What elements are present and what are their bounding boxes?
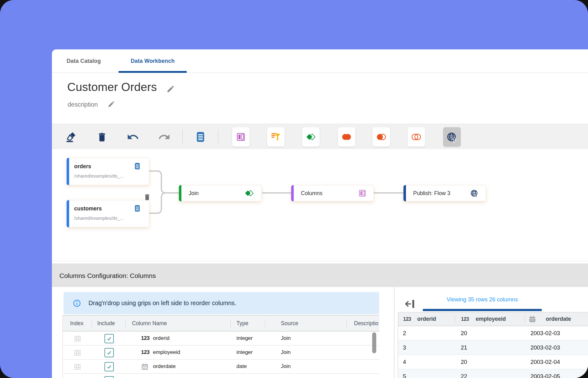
int-type-icon: 123 [141,345,150,359]
config-row-partial[interactable] [63,374,379,378]
drag-grip-icon[interactable] [74,350,81,356]
col-header-description: Description [354,315,378,331]
node-join[interactable]: Join [179,185,261,201]
viewing-tab-underline [423,309,542,311]
tab-data-catalog[interactable]: Data Catalog [67,49,101,73]
dataset-icon[interactable] [194,130,207,144]
column-type: date [236,360,247,373]
toolbar-join-button[interactable] [302,127,320,147]
include-checkbox[interactable] [104,376,114,378]
node-publish[interactable]: Publish: Flow 3 [403,185,486,201]
cell-orderid: 2 [403,326,406,340]
col-header-index: Index [70,315,84,331]
info-banner: Drag'n'drop using grips on left side to … [63,292,379,314]
node-columns[interactable]: Columns [291,185,374,201]
tab-data-workbench[interactable]: Data Workbench [119,49,187,73]
int-type-icon: 123 [403,312,411,326]
calendar-icon [141,363,149,370]
cell-orderdate: 2003-02-03 [530,340,560,355]
config-section-bar: Columns Configuration: Columns [52,264,588,287]
node-orders-accent [67,158,69,185]
top-tab-bar: Data Catalog Data Workbench [52,49,588,73]
toolbar-intersect-left-button[interactable] [373,127,390,147]
toolbar-columns-button[interactable] [232,127,250,147]
preview-col-orderid[interactable]: orderid [417,312,436,326]
drag-grip-icon[interactable] [74,364,81,370]
calendar-icon [528,315,536,323]
delete-node-icon[interactable] [143,193,151,201]
column-name: employeeid [153,345,180,359]
column-type: integer [236,345,253,359]
page-title: Customer Orders [67,81,157,94]
include-checkbox[interactable] [104,362,114,371]
redo-icon[interactable] [158,131,170,143]
node-orders-title: orders [74,163,91,170]
cell-employeeid: 22 [461,369,467,378]
preview-row: 5 22 2003-02-05 [398,369,588,378]
col-header-include: Include [97,315,115,331]
include-checkbox[interactable] [104,334,114,343]
config-section-title: Columns Configuration: Columns [59,264,156,287]
columns-config-table: Index Include Column Name Type Source De… [63,315,379,378]
toolbar-union-button[interactable] [338,127,355,147]
info-icon [73,299,81,307]
eraser-icon[interactable] [65,131,77,143]
description-placeholder[interactable]: description [68,101,98,108]
toolbar-publish-button[interactable] [443,127,461,147]
edit-description-icon[interactable] [108,100,115,108]
node-join-label: Join [189,185,199,201]
config-scrollbar-thumb[interactable] [372,332,376,353]
intersect-left-icon [376,133,387,141]
node-publish-label: Publish: Flow 3 [413,185,450,201]
preview-table-header: 123 orderid 123 employeeid orderdate [398,312,588,326]
info-banner-text: Drag'n'drop using grips on left side to … [89,292,236,314]
col-header-source: Source [281,315,298,331]
preview-col-orderdate[interactable]: orderdate [546,312,571,326]
include-checkbox[interactable] [104,348,114,357]
publish-globe-icon [446,131,458,143]
cell-orderid: 5 [403,369,406,378]
node-customers-path: /shared/examples/ds_... [74,215,124,221]
join-icon [306,132,316,142]
union-icon [341,133,352,141]
undo-icon[interactable] [127,131,139,143]
cell-orderid: 3 [403,340,406,355]
columns-icon [358,189,367,198]
column-name: orderid [153,331,170,345]
config-row-orderdate[interactable]: orderdate date Join [63,360,379,374]
column-type: integer [236,331,253,345]
drag-grip-icon[interactable] [74,335,81,342]
preview-table: 123 orderid 123 employeeid orderdate [398,312,588,378]
dataset-icon [133,204,141,213]
preview-row: 4 20 2003-02-04 [398,355,588,369]
cell-employeeid: 20 [461,355,467,369]
column-source: Join [281,360,291,373]
node-customers[interactable]: customers /shared/examples/ds_... [67,200,149,227]
node-publish-accent [403,185,406,201]
node-join-accent [179,185,181,201]
node-columns-label: Columns [301,185,322,201]
col-header-type: Type [236,315,248,331]
node-columns-accent [291,185,294,201]
column-name: orderdate [153,360,176,373]
node-orders-path: /shared/examples/ds_... [74,173,124,179]
preview-row: 2 20 2003-02-03 [398,326,588,340]
node-orders[interactable]: orders /shared/examples/ds_... [67,158,149,185]
config-row-orderid[interactable]: 123 orderid integer Join [63,331,379,345]
workbench-card: Data Catalog Data Workbench Customer Ord… [52,49,588,378]
toolbar-intersect-outline-button[interactable] [408,127,425,147]
config-table-header: Index Include Column Name Type Source De… [63,315,379,331]
preview-col-employeeid[interactable]: employeeid [476,312,506,326]
trash-icon[interactable] [96,131,108,143]
cell-employeeid: 21 [461,340,467,355]
tab-viewing-rows[interactable]: Viewing 35 rows 26 columns [423,296,542,303]
col-header-column-name: Column Name [132,315,167,331]
flow-canvas[interactable]: orders /shared/examples/ds_... customers… [52,149,588,261]
toolbar-filter-button[interactable] [267,127,285,147]
collapse-panel-icon[interactable] [405,298,415,310]
node-customers-accent [67,200,69,227]
join-icon [244,189,254,198]
edit-title-icon[interactable] [166,85,175,93]
dataset-icon [133,162,141,170]
config-row-employeeid[interactable]: 123 employeeid integer Join [63,345,379,360]
